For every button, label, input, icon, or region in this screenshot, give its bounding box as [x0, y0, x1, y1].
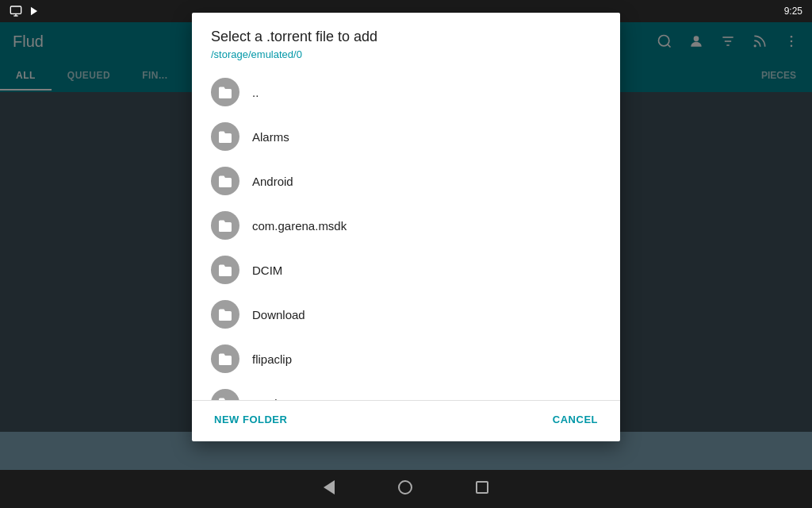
- dialog-header: Select a .torrent file to add /storage/e…: [192, 13, 620, 67]
- list-item[interactable]: Download: [192, 292, 620, 337]
- back-button[interactable]: [324, 480, 335, 498]
- folder-icon: [217, 175, 233, 187]
- svg-marker-3: [31, 7, 37, 16]
- folder-icon-wrap: [211, 78, 239, 106]
- recents-button[interactable]: [476, 481, 488, 497]
- item-label: DCIM: [252, 264, 282, 277]
- folder-icon-wrap: [211, 344, 239, 373]
- folder-icon: [217, 352, 233, 365]
- folder-icon-wrap: [211, 256, 239, 284]
- list-item[interactable]: Movies: [192, 381, 620, 400]
- status-bar-left: [10, 5, 40, 17]
- svg-rect-0: [10, 6, 21, 13]
- list-item[interactable]: DCIM: [192, 248, 620, 292]
- item-label: com.garena.msdk: [252, 219, 347, 233]
- cancel-button[interactable]: CANCEL: [543, 407, 607, 432]
- dialog-path[interactable]: /storage/emulated/0: [211, 48, 601, 60]
- folder-icon: [217, 130, 233, 143]
- folder-icon-wrap: [211, 211, 239, 240]
- item-label: Android: [252, 175, 293, 188]
- item-label: flipaclip: [252, 352, 292, 366]
- folder-icon-wrap: [211, 389, 239, 400]
- home-button[interactable]: [398, 480, 412, 498]
- dialog-overlay: Select a .torrent file to add /storage/e…: [0, 22, 812, 432]
- screen-icon: [10, 5, 22, 17]
- folder-icon-wrap: [211, 300, 239, 329]
- item-label: Download: [252, 308, 305, 321]
- list-item[interactable]: Alarms: [192, 114, 620, 159]
- list-item[interactable]: com.garena.msdk: [192, 203, 620, 248]
- folder-icon: [217, 264, 233, 276]
- dialog-file-list: .. Alarms Android: [192, 67, 620, 400]
- status-time: 9:25: [784, 6, 802, 17]
- folder-icon: [217, 219, 233, 232]
- item-label: Alarms: [252, 130, 289, 144]
- folder-icon: [217, 86, 233, 98]
- list-item[interactable]: ..: [192, 70, 620, 114]
- dialog-title: Select a .torrent file to add: [211, 29, 601, 45]
- file-picker-dialog: Select a .torrent file to add /storage/e…: [192, 13, 620, 441]
- folder-icon-wrap: [211, 167, 239, 195]
- nav-bar: [0, 470, 812, 508]
- folder-icon-wrap: [211, 122, 239, 151]
- play-icon: [29, 6, 40, 17]
- dialog-actions: NEW FOLDER CANCEL: [192, 400, 620, 441]
- list-item[interactable]: Android: [192, 159, 620, 203]
- item-label: ..: [252, 86, 259, 99]
- list-item[interactable]: flipaclip: [192, 337, 620, 381]
- new-folder-button[interactable]: NEW FOLDER: [205, 407, 297, 432]
- folder-icon: [217, 308, 233, 321]
